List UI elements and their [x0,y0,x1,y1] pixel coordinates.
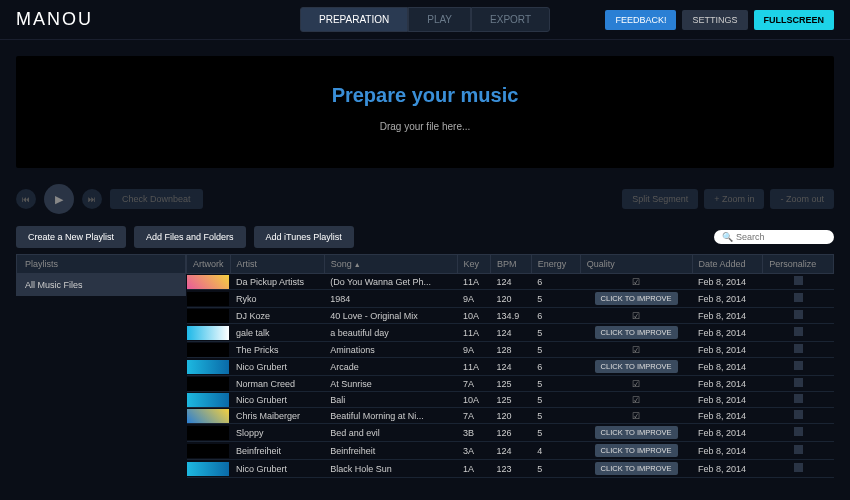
personalize-checkbox[interactable] [794,327,803,336]
cell-artist: Norman Creed [230,376,324,392]
cell-key: 3A [457,442,491,460]
search-box[interactable]: 🔍 [714,230,834,244]
click-to-improve-button[interactable]: CLICK TO IMPROVE [595,462,678,475]
personalize-checkbox[interactable] [794,394,803,403]
cell-quality: ☑ [580,308,692,324]
col-bpm[interactable]: BPM [491,255,532,274]
cell-song: 1984 [324,290,457,308]
cell-energy: 5 [531,408,580,424]
personalize-checkbox[interactable] [794,427,803,436]
create-playlist-button[interactable]: Create a New Playlist [16,226,126,248]
personalize-checkbox[interactable] [794,463,803,472]
fullscreen-button[interactable]: FULLSCREEN [754,10,835,30]
table-row[interactable]: The PricksAminations9A1285☑Feb 8, 2014 [187,342,834,358]
table-row[interactable]: SloppyBed and evil3B1265CLICK TO IMPROVE… [187,424,834,442]
tab-play[interactable]: PLAY [408,7,471,32]
cell-date: Feb 8, 2014 [692,392,763,408]
quality-check-icon: ☑ [586,311,686,321]
personalize-checkbox[interactable] [794,276,803,285]
cell-quality: ☑ [580,274,692,290]
cell-song: Bed and evil [324,424,457,442]
click-to-improve-button[interactable]: CLICK TO IMPROVE [595,426,678,439]
cell-artist: gale talk [230,324,324,342]
feedback-button[interactable]: FEEDBACK! [605,10,676,30]
cell-energy: 5 [531,376,580,392]
artwork-thumbnail [187,360,229,374]
table-row[interactable]: gale talka beautiful day11A1245CLICK TO … [187,324,834,342]
add-itunes-button[interactable]: Add iTunes Playlist [254,226,354,248]
cell-date: Feb 8, 2014 [692,290,763,308]
hero-title: Prepare your music [16,84,834,107]
col-quality[interactable]: Quality [580,255,692,274]
personalize-checkbox[interactable] [794,445,803,454]
col-energy[interactable]: Energy [531,255,580,274]
add-files-button[interactable]: Add Files and Folders [134,226,246,248]
click-to-improve-button[interactable]: CLICK TO IMPROVE [595,444,678,457]
artwork-thumbnail [187,292,229,306]
table-row[interactable]: Norman CreedAt Sunrise7A1255☑Feb 8, 2014 [187,376,834,392]
search-icon: 🔍 [722,232,733,242]
cell-song: Arcade [324,358,457,376]
cell-artist: Beinfreiheit [230,442,324,460]
prev-button[interactable]: ⏮ [16,189,36,209]
artwork-thumbnail [187,409,229,423]
click-to-improve-button[interactable]: CLICK TO IMPROVE [595,326,678,339]
cell-date: Feb 8, 2014 [692,324,763,342]
click-to-improve-button[interactable]: CLICK TO IMPROVE [595,292,678,305]
table-row[interactable]: Chris MaibergerBeatiful Morning at Ni...… [187,408,834,424]
cell-personalize [763,358,834,376]
table-row[interactable]: Nico GrubertBali10A1255☑Feb 8, 2014 [187,392,834,408]
personalize-checkbox[interactable] [794,410,803,419]
artwork-thumbnail [187,462,229,476]
personalize-checkbox[interactable] [794,378,803,387]
search-input[interactable] [736,232,826,242]
zoom-in-button[interactable]: + Zoom in [704,189,764,209]
zoom-out-button[interactable]: - Zoom out [770,189,834,209]
artwork-thumbnail [187,426,229,440]
cell-key: 7A [457,408,491,424]
personalize-checkbox[interactable] [794,361,803,370]
hero-subtitle: Drag your file here... [16,121,834,132]
personalize-checkbox[interactable] [794,344,803,353]
cell-date: Feb 8, 2014 [692,460,763,478]
col-artwork[interactable]: Artwork [187,255,231,274]
artwork-thumbnail [187,377,229,391]
next-button[interactable]: ⏭ [82,189,102,209]
col-artist[interactable]: Artist [230,255,324,274]
cell-quality: ☑ [580,342,692,358]
cell-bpm: 125 [491,376,532,392]
cell-artist: The Pricks [230,342,324,358]
cell-quality: CLICK TO IMPROVE [580,358,692,376]
cell-key: 7A [457,376,491,392]
col-date[interactable]: Date Added [692,255,763,274]
table-row[interactable]: BeinfreiheitBeinfreiheit3A1244CLICK TO I… [187,442,834,460]
click-to-improve-button[interactable]: CLICK TO IMPROVE [595,360,678,373]
artwork-thumbnail [187,309,229,323]
table-row[interactable]: Da Pickup Artists(Do You Wanna Get Ph...… [187,274,834,290]
table-row[interactable]: Nico GrubertArcade11A1246CLICK TO IMPROV… [187,358,834,376]
tab-preparation[interactable]: PREPARATION [300,7,408,32]
cell-quality: CLICK TO IMPROVE [580,424,692,442]
play-button[interactable]: ▶ [44,184,74,214]
cell-song: Beinfreiheit [324,442,457,460]
split-segment-button[interactable]: Split Segment [622,189,698,209]
table-row[interactable]: Nico GrubertBlack Hole Sun1A1235CLICK TO… [187,460,834,478]
cell-personalize [763,308,834,324]
table-row[interactable]: DJ Koze40 Love - Original Mix10A134.96☑F… [187,308,834,324]
drop-zone[interactable]: Prepare your music Drag your file here..… [16,56,834,168]
check-downbeat-button[interactable]: Check Downbeat [110,189,203,209]
cell-bpm: 124 [491,274,532,290]
settings-button[interactable]: SETTINGS [682,10,747,30]
personalize-checkbox[interactable] [794,310,803,319]
sidebar-item-all-music[interactable]: All Music Files [16,274,186,296]
table-row[interactable]: Ryko19849A1205CLICK TO IMPROVEFeb 8, 201… [187,290,834,308]
col-key[interactable]: Key [457,255,491,274]
personalize-checkbox[interactable] [794,293,803,302]
cell-personalize [763,342,834,358]
cell-song: 40 Love - Original Mix [324,308,457,324]
col-personalize[interactable]: Personalize [763,255,834,274]
artwork-thumbnail [187,343,229,357]
cell-bpm: 123 [491,460,532,478]
tab-export[interactable]: EXPORT [471,7,550,32]
col-song[interactable]: Song▲ [324,255,457,274]
